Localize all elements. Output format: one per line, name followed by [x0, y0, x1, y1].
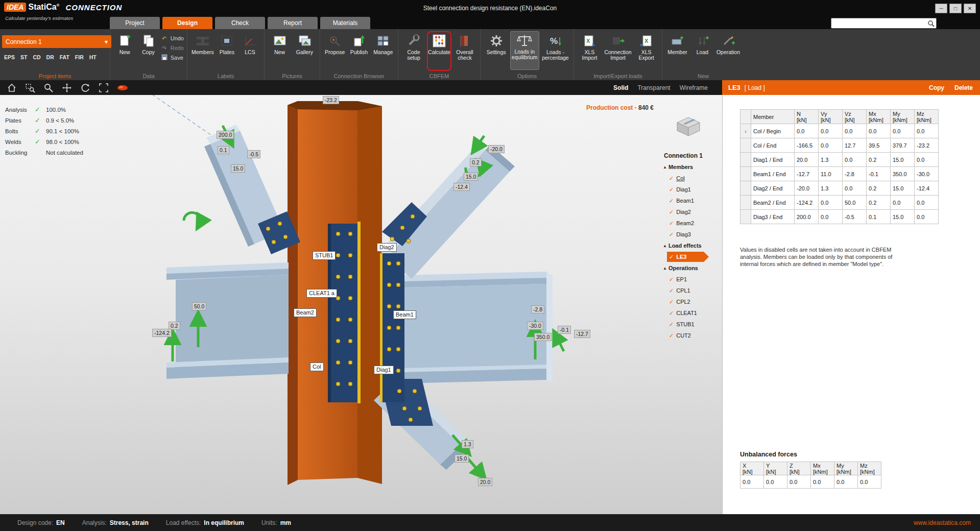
tree-item-col[interactable]: ✓Col	[660, 173, 722, 184]
code-fat[interactable]: FAT	[60, 54, 69, 60]
table-row[interactable]: Diag3 / End200.00.0-0.50.115.00.0	[740, 210, 939, 224]
save-button[interactable]: Save	[161, 54, 184, 62]
xls-export-button[interactable]: X XLS Export	[634, 31, 659, 71]
tree-item-diag2[interactable]: ✓Diag2	[660, 206, 722, 218]
member-label-beam2[interactable]: Beam2	[294, 308, 317, 317]
table-row[interactable]: Beam1 / End-12.711.0-2.8-0.1350.0-30.0	[740, 167, 939, 181]
new-member-button[interactable]: Member	[665, 31, 689, 71]
redo-button[interactable]: ↷Redo	[161, 44, 184, 52]
loads-percentage-button[interactable]: % Loads - percentage	[540, 31, 570, 71]
new-project-item-button[interactable]: New	[113, 31, 136, 71]
new-load-button[interactable]: Load	[690, 31, 714, 71]
connection-import-button[interactable]: Connection Import	[603, 31, 633, 71]
row-selector[interactable]: ›	[740, 124, 751, 138]
tab-check[interactable]: Check	[215, 17, 265, 29]
checkmark-icon[interactable]: ✓	[669, 186, 674, 192]
website-link[interactable]: www.ideastatica.com	[914, 519, 971, 526]
new-operation-button[interactable]: Operation	[715, 31, 741, 71]
checkmark-icon[interactable]: ✓	[669, 231, 674, 237]
close-button[interactable]: ✕	[964, 4, 976, 13]
copy-project-item-button[interactable]: Copy	[137, 31, 159, 71]
checkmark-icon[interactable]: ✓	[669, 299, 674, 305]
code-ht[interactable]: HT	[89, 54, 97, 60]
tab-materials[interactable]: Materials	[320, 17, 370, 29]
table-row[interactable]: › Col / Begin0.00.00.00.00.00.0	[740, 124, 939, 138]
view-mode-transparent[interactable]: Transparent	[637, 84, 670, 91]
code-dr[interactable]: DR	[46, 54, 54, 60]
table-row[interactable]: Col / End-166.50.012.739.5379.7-23.2	[740, 138, 939, 153]
member-label-cleat1[interactable]: CLEAT1 a	[306, 289, 337, 298]
pan-icon[interactable]	[61, 82, 73, 93]
tree-header-operations[interactable]: ▲Operations	[660, 262, 722, 274]
tree-item-cpl2[interactable]: ✓CPL2	[660, 296, 722, 307]
table-row[interactable]: Diag2 / End-20.01.30.00.215.0-12.4	[740, 181, 939, 196]
propose-button[interactable]: Propose	[323, 31, 346, 71]
tree-item-cleat1[interactable]: ✓CLEAT1	[660, 307, 722, 319]
code-fir[interactable]: FIR	[75, 54, 84, 60]
minimize-button[interactable]: ─	[935, 4, 947, 13]
orientation-cube-icon[interactable]	[672, 113, 705, 140]
member-label-diag2[interactable]: Diag2	[377, 243, 397, 252]
code-st[interactable]: ST	[20, 54, 27, 60]
search-box[interactable]	[831, 18, 937, 29]
search-input[interactable]	[831, 19, 927, 27]
copy-load-button[interactable]: Copy	[929, 84, 944, 91]
overall-check-button[interactable]: Overall check	[452, 31, 477, 71]
connection-select[interactable]: Connection 1 ▾	[2, 35, 111, 48]
code-eps[interactable]: EPS	[4, 54, 15, 60]
maximize-button[interactable]: □	[949, 4, 962, 13]
checkmark-icon[interactable]: ✓	[669, 287, 674, 294]
checkmark-icon[interactable]: ✓	[669, 175, 674, 181]
tree-item-le3-selected[interactable]: ✓LE3	[667, 252, 722, 262]
calculate-button[interactable]: Calculate	[427, 31, 451, 71]
checkmark-icon[interactable]: ✓	[669, 310, 674, 316]
checkmark-icon[interactable]: ✓	[669, 252, 674, 262]
loads-in-equilibrium-button[interactable]: Loads in equilibrium	[510, 31, 539, 70]
tree-header-load-effects[interactable]: ▲Load effects	[660, 240, 722, 251]
settings-button[interactable]: Settings	[484, 31, 509, 71]
labels-members-button[interactable]: Members	[190, 31, 215, 71]
publish-button[interactable]: Publish	[347, 31, 370, 71]
tree-item-beam1[interactable]: ✓Beam1	[660, 195, 722, 206]
paint-view-icon[interactable]	[116, 82, 128, 93]
member-label-col[interactable]: Col	[310, 363, 324, 371]
table-row[interactable]: Beam2 / End-124.20.050.00.20.00.0	[740, 196, 939, 210]
undo-button[interactable]: ↶Undo	[161, 34, 184, 42]
tree-item-diag3[interactable]: ✓Diag3	[660, 229, 722, 240]
view-mode-solid[interactable]: Solid	[613, 84, 628, 91]
tree-item-stub1[interactable]: ✓STUB1	[660, 319, 722, 330]
tree-item-cut2[interactable]: ✓CUT2	[660, 330, 722, 341]
zoom-window-icon[interactable]	[25, 82, 36, 93]
delete-load-button[interactable]: Delete	[954, 84, 973, 91]
zoom-fit-icon[interactable]	[98, 82, 109, 93]
tree-header-members[interactable]: ▲Members	[660, 161, 722, 173]
checkmark-icon[interactable]: ✓	[669, 198, 674, 204]
member-label-stub1[interactable]: STUB1	[313, 251, 336, 260]
checkmark-icon[interactable]: ✓	[669, 332, 674, 339]
checkmark-icon[interactable]: ✓	[669, 220, 674, 226]
labels-plates-button[interactable]: Plates	[216, 31, 238, 71]
labels-lcs-button[interactable]: LCS	[239, 31, 261, 71]
tree-root-connection[interactable]: Connection 1	[660, 150, 722, 161]
member-label-diag1[interactable]: Diag1	[374, 366, 394, 374]
tab-project[interactable]: Project	[110, 17, 160, 29]
tab-design[interactable]: Design	[162, 17, 212, 29]
tree-item-ep1[interactable]: ✓EP1	[660, 274, 722, 285]
checkmark-icon[interactable]: ✓	[669, 209, 674, 215]
viewport-3d[interactable]: STUB1 CLEAT1 a Beam2 Beam1 Diag2 Diag1 C…	[0, 95, 722, 514]
xls-import-button[interactable]: X XLS Import	[577, 31, 602, 71]
picture-new-button[interactable]: New	[268, 31, 292, 71]
zoom-icon[interactable]	[43, 82, 54, 93]
member-label-beam1[interactable]: Beam1	[393, 310, 416, 319]
rotate-view-icon[interactable]	[80, 82, 91, 93]
tab-report[interactable]: Report	[268, 17, 318, 29]
picture-gallery-button[interactable]: Gallery	[293, 31, 317, 71]
view-mode-wireframe[interactable]: Wireframe	[680, 84, 708, 91]
code-setup-button[interactable]: Code setup	[401, 31, 426, 71]
table-row[interactable]: Diag1 / End20.01.30.00.215.00.0	[740, 153, 939, 167]
home-view-icon[interactable]	[6, 82, 17, 93]
load-table[interactable]: Member N[kN] Vy[kN] Vz[kN] Mx[kNm] My[kN…	[740, 109, 939, 224]
checkmark-icon[interactable]: ✓	[669, 276, 674, 282]
tree-item-cpl1[interactable]: ✓CPL1	[660, 285, 722, 296]
tree-item-beam2[interactable]: ✓Beam2	[660, 218, 722, 229]
